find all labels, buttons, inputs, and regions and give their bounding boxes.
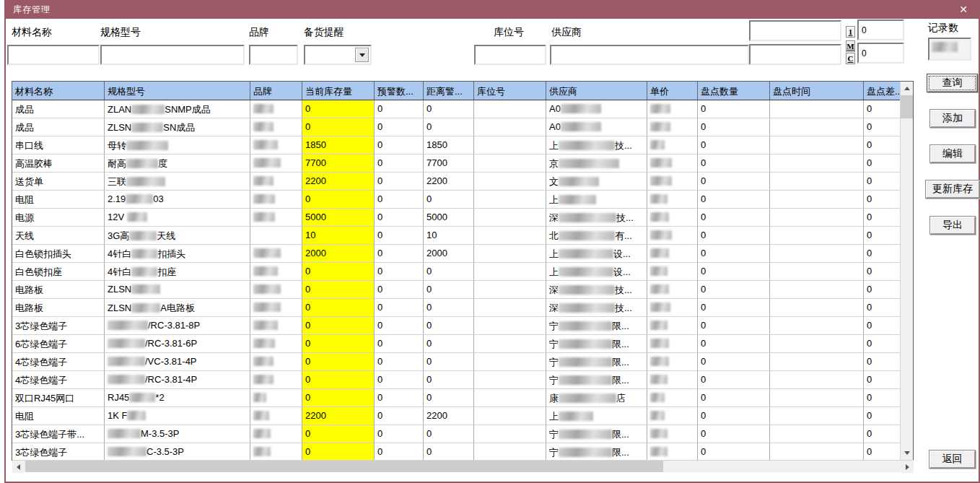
cell-qty: 0 bbox=[698, 118, 770, 136]
spec-model-input[interactable] bbox=[100, 45, 245, 65]
column-header-qty[interactable]: 盘点数量 bbox=[698, 82, 770, 100]
cell-supplier: 深技... bbox=[546, 209, 647, 227]
num-field-top[interactable] bbox=[857, 19, 904, 40]
cell-stock: 0 bbox=[302, 100, 375, 118]
vertical-scrollbar[interactable] bbox=[900, 82, 913, 460]
redacted-text bbox=[253, 447, 271, 456]
cell-warn: 0 bbox=[375, 227, 424, 245]
brand-input[interactable] bbox=[249, 45, 298, 65]
redacted-text bbox=[559, 448, 612, 457]
extra-input-bottom[interactable] bbox=[749, 44, 841, 65]
column-header-loc[interactable]: 库位号 bbox=[474, 82, 546, 100]
extra-input-top[interactable] bbox=[749, 20, 841, 41]
window-title: 库存管理 bbox=[13, 4, 51, 16]
redacted-text bbox=[559, 357, 612, 367]
cell-loc bbox=[474, 281, 546, 299]
table-row[interactable]: 6芯绿色端子/RC-3.81-6P000宁限...00 bbox=[12, 335, 901, 353]
close-icon[interactable]: ✕ bbox=[955, 2, 971, 17]
cell-supplier: A0 bbox=[546, 118, 647, 136]
mini-tile-m[interactable]: M bbox=[846, 40, 855, 52]
material-name-label: 材料名称 bbox=[12, 26, 52, 39]
scroll-left-icon[interactable] bbox=[12, 461, 25, 473]
column-header-time[interactable]: 盘点时间 bbox=[770, 82, 864, 100]
column-header-name[interactable]: 材料名称 bbox=[12, 82, 105, 100]
cell-qty: 0 bbox=[698, 173, 770, 191]
scroll-up-icon[interactable] bbox=[901, 82, 913, 95]
table-row[interactable]: 3芯绿色端子/RC-3.81-8P000宁限...00 bbox=[12, 317, 901, 335]
table-row[interactable]: 白色锁扣座4针白扣座000上设...00 bbox=[12, 263, 901, 281]
mini-tile-1[interactable]: 1 bbox=[846, 26, 855, 38]
location-input[interactable] bbox=[474, 45, 546, 65]
table-row[interactable]: 高温胶棒耐高度770007700京00 bbox=[12, 155, 901, 173]
cell-supplier: 文 bbox=[546, 173, 647, 191]
material-name-input[interactable] bbox=[7, 45, 100, 65]
edit-button[interactable]: 编辑 bbox=[929, 144, 976, 163]
cell-brand bbox=[250, 173, 302, 191]
table-row[interactable]: 3芯绿色端子C-3.5-3P000宁限...00 bbox=[12, 443, 901, 460]
cell-dist: 2200 bbox=[424, 407, 474, 425]
cell-name: 天线 bbox=[12, 227, 105, 245]
table-row[interactable]: 电阻1K F220002200上00 bbox=[12, 407, 901, 425]
column-header-spec[interactable]: 规格型号 bbox=[105, 82, 250, 100]
mini-tile-c[interactable]: C bbox=[846, 53, 855, 64]
table-row[interactable]: 4芯绿色端子/VC-3.81-4P000宁限...00 bbox=[12, 353, 901, 371]
table-row[interactable]: 电路板ZLSNA电路板000深技...00 bbox=[12, 299, 901, 317]
back-button[interactable]: 返回 bbox=[929, 450, 976, 469]
table-row[interactable]: 天线3G高天线10010北有...00 bbox=[12, 227, 901, 245]
cell-stock: 0 bbox=[302, 317, 375, 335]
cell-stock: 0 bbox=[302, 299, 375, 317]
scroll-right-icon[interactable] bbox=[901, 461, 914, 473]
column-header-dist[interactable]: 距离警... bbox=[424, 82, 474, 100]
update-stock-button[interactable]: 更新库存 bbox=[925, 180, 980, 199]
table-row[interactable]: 电阻2.1903000上00 bbox=[12, 191, 901, 209]
redacted-text bbox=[650, 339, 669, 348]
cell-supplier: 宁限... bbox=[546, 443, 647, 460]
table-row[interactable]: 4芯绿色端子/RC-3.81-4P000宁限...00 bbox=[12, 371, 901, 389]
chevron-down-icon[interactable] bbox=[355, 48, 369, 62]
table-row[interactable]: 白色锁扣插头4针白扣插头200002000上设...00 bbox=[12, 245, 901, 263]
cell-price bbox=[647, 155, 698, 173]
column-header-brand[interactable]: 品牌 bbox=[250, 82, 302, 100]
table-row[interactable]: 送货单三联220002200文00 bbox=[12, 173, 901, 191]
cell-time bbox=[770, 443, 864, 460]
table-row[interactable]: 电路板ZLSN000深技...00 bbox=[12, 281, 901, 299]
table-row[interactable]: 成品ZLANSNMP成品000A000 bbox=[12, 100, 901, 118]
cell-warn: 0 bbox=[375, 191, 424, 209]
export-button[interactable]: 导出 bbox=[929, 216, 976, 235]
num-field-bottom[interactable] bbox=[857, 43, 904, 64]
table-row[interactable]: 3芯绿色端子带...M-3.5-3P000宁限...00 bbox=[12, 425, 901, 443]
vertical-scroll-thumb[interactable] bbox=[901, 95, 913, 118]
cell-qty: 0 bbox=[698, 425, 770, 443]
add-button[interactable]: 添加 bbox=[929, 109, 976, 128]
column-header-supplier[interactable]: 供应商 bbox=[546, 82, 647, 100]
table-row[interactable]: 串口线母转185001850上技...00 bbox=[12, 136, 901, 155]
table-row[interactable]: 成品ZLSNSN成品000A000 bbox=[12, 118, 901, 136]
table-row[interactable]: 双口RJ45网口RJ45*2000康店00 bbox=[12, 389, 901, 407]
redacted-text bbox=[559, 159, 619, 168]
cell-warn: 0 bbox=[375, 425, 424, 443]
query-button[interactable]: 查询 bbox=[927, 74, 978, 92]
scroll-down-icon[interactable] bbox=[901, 447, 913, 459]
column-header-price[interactable]: 单价 bbox=[647, 82, 698, 100]
supplier-input[interactable] bbox=[550, 45, 749, 65]
column-header-stock[interactable]: 当前库存量 bbox=[302, 82, 375, 100]
redacted-text bbox=[108, 429, 141, 438]
cell-time bbox=[770, 299, 864, 317]
cell-supplier: 北有... bbox=[546, 227, 647, 245]
horizontal-scrollbar[interactable] bbox=[12, 460, 914, 472]
cell-warn: 0 bbox=[375, 335, 424, 353]
column-header-warn[interactable]: 预警数... bbox=[375, 82, 424, 100]
cell-diff: 0 bbox=[864, 227, 901, 245]
cell-price bbox=[647, 443, 698, 460]
column-header-diff[interactable]: 盘点差... bbox=[864, 82, 901, 100]
cell-warn: 0 bbox=[375, 299, 424, 317]
cell-dist: 0 bbox=[424, 100, 474, 118]
cell-brand bbox=[250, 155, 302, 173]
cell-dist: 0 bbox=[424, 443, 474, 460]
cell-name: 6芯绿色端子 bbox=[12, 335, 105, 353]
reminder-select[interactable] bbox=[304, 45, 372, 65]
cell-price bbox=[647, 299, 698, 317]
redacted-text bbox=[108, 375, 145, 384]
horizontal-scroll-thumb[interactable] bbox=[25, 461, 663, 472]
table-row[interactable]: 电源12V 500005000深技...00 bbox=[12, 209, 901, 227]
